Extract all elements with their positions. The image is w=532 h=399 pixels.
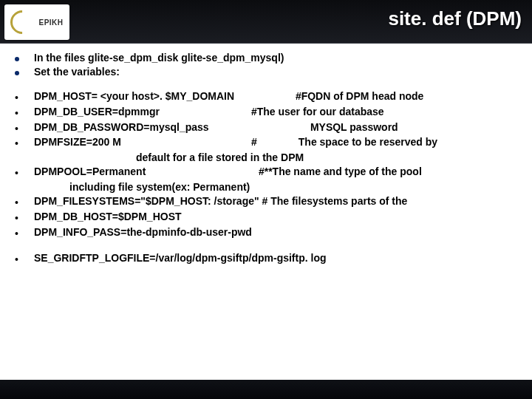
intro-line-2: Set the variables:: [34, 65, 522, 79]
line-dpm-db-password: • DPM_DB_PASSWORD=mysql_pass MYSQL passw…: [10, 120, 522, 136]
var-part: DPM_HOST= <your host>. $MY_DOMAIN: [34, 89, 293, 103]
bullet-dot-icon: •: [10, 210, 34, 225]
comment-part: The space to be reserved by: [299, 136, 437, 148]
line-content: DPM_FILESYSTEMS="$DPM_HOST: /storage" # …: [34, 194, 522, 208]
line-content: DPM_INFO_PASS=the-dpminfo-db-user-pwd: [34, 225, 522, 239]
line-content: DPMPOOL=Permanent #**The name and type o…: [34, 165, 522, 179]
comment-part: #The user for our database: [251, 106, 384, 117]
line-dpmfsize: • DPMFSIZE=200 M # The space to be reser…: [10, 135, 522, 151]
bullet-dot-icon: •: [10, 89, 34, 105]
line-content: DPMFSIZE=200 M # The space to be reserve…: [34, 135, 522, 149]
bullet-dot-icon: •: [10, 165, 34, 180]
bullet-dot-icon: •: [10, 120, 34, 136]
bullet-dot-icon: •: [10, 225, 34, 241]
wrapped-line-default: default for a file stored in the DPM: [10, 151, 522, 165]
line-content: DPM_DB_USER=dpmmgr #The user for our dat…: [34, 105, 522, 119]
slide-footer: [0, 380, 532, 399]
line-dpm-host: • DPM_HOST= <your host>. $MY_DOMAIN #FQD…: [10, 89, 522, 105]
intro-line-1: In the files glite-se_dpm_disk glite-se_…: [34, 51, 522, 65]
var-part: DPMPOOL=Permanent: [34, 165, 256, 179]
intro-row-1: In the files glite-se_dpm_disk glite-se_…: [10, 51, 522, 65]
line-content: DPM_DB_PASSWORD=mysql_pass MYSQL passwor…: [34, 120, 522, 134]
comment-part: MYSQL password: [310, 121, 398, 133]
logo-text: EPIKH: [38, 18, 63, 27]
bullet-dot-icon: •: [10, 105, 34, 120]
line-content: DPM_DB_HOST=$DPM_HOST: [34, 210, 522, 224]
slide-header: EPIKH site. def (DPM): [0, 0, 532, 44]
bullet-disc-icon: [10, 51, 34, 65]
page-title: site. def (DPM): [388, 7, 522, 30]
intro-row-2: Set the variables:: [10, 65, 522, 79]
line-content: SE_GRIDFTP_LOGFILE=/var/log/dpm-gsiftp/d…: [34, 251, 522, 265]
comment-part: #**The name and type of the pool: [259, 166, 422, 177]
logo: EPIKH: [4, 4, 69, 40]
line-dpmpool: • DPMPOOL=Permanent #**The name and type…: [10, 165, 522, 180]
bullet-disc-icon: [10, 65, 34, 79]
bullet-dot-icon: •: [10, 135, 34, 151]
line-dpm-db-host: • DPM_DB_HOST=$DPM_HOST: [10, 210, 522, 225]
logo-inner: EPIKH: [10, 10, 63, 34]
bullet-dot-icon: •: [10, 251, 34, 267]
wrapped-line-including: including file system(ex: Permanent): [10, 180, 522, 194]
line-dpm-db-user: • DPM_DB_USER=dpmmgr #The user for our d…: [10, 105, 522, 120]
hash-part: #: [251, 135, 296, 149]
bullet-dot-icon: •: [10, 194, 34, 210]
var-part: DPM_DB_USER=dpmmgr: [34, 105, 248, 119]
line-content: DPM_HOST= <your host>. $MY_DOMAIN #FQDN …: [34, 89, 522, 103]
slide-body: In the files glite-se_dpm_disk glite-se_…: [0, 44, 532, 267]
comment-part: #FQDN of DPM head node: [296, 90, 423, 102]
line-se-gridftp-logfile: • SE_GRIDFTP_LOGFILE=/var/log/dpm-gsiftp…: [10, 251, 522, 267]
line-dpm-filesystems: • DPM_FILESYSTEMS="$DPM_HOST: /storage" …: [10, 194, 522, 210]
swirl-icon: [6, 5, 39, 38]
line-dpm-info-pass: • DPM_INFO_PASS=the-dpminfo-db-user-pwd: [10, 225, 522, 241]
var-part: DPMFSIZE=200 M: [34, 135, 248, 149]
var-part: DPM_DB_PASSWORD=mysql_pass: [34, 120, 307, 134]
